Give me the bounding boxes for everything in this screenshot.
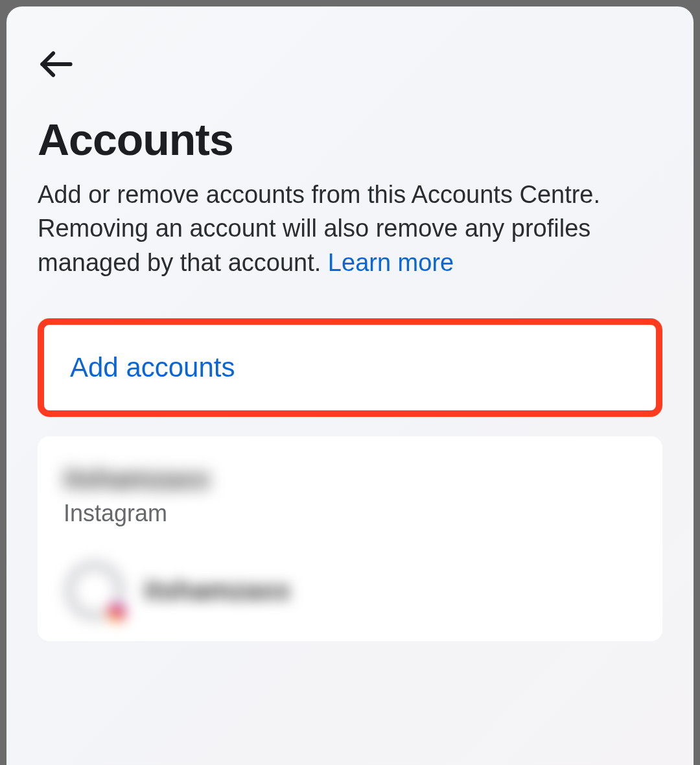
page-title: Accounts [38, 114, 662, 165]
accounts-modal: Accounts Add or remove accounts from thi… [6, 6, 694, 765]
description-text: Add or remove accounts from this Account… [38, 181, 600, 276]
learn-more-link[interactable]: Learn more [328, 249, 454, 276]
account-profile-row: itshamzaxx [64, 559, 636, 622]
account-username: itshamzaxx [64, 464, 636, 495]
account-card[interactable]: itshamzaxx Instagram itshamzaxx [38, 436, 662, 641]
instagram-badge-icon [105, 601, 128, 624]
avatar [64, 559, 126, 622]
account-platform: Instagram [64, 500, 636, 527]
page-description: Add or remove accounts from this Account… [38, 178, 662, 279]
arrow-left-icon [38, 45, 75, 83]
add-accounts-button[interactable]: Add accounts [38, 318, 662, 417]
account-profile-name: itshamzaxx [144, 575, 290, 606]
back-button[interactable] [38, 45, 75, 83]
add-accounts-label: Add accounts [70, 352, 630, 383]
